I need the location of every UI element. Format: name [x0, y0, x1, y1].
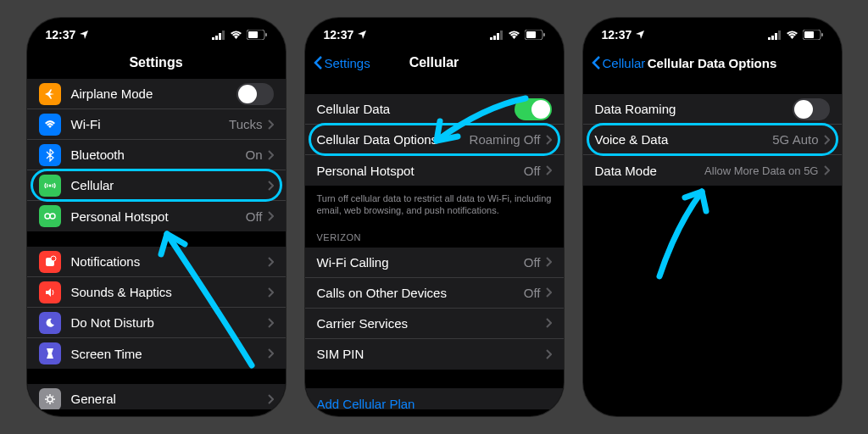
airplane-toggle[interactable] — [236, 83, 274, 105]
row-cellular[interactable]: Cellular — [27, 170, 286, 201]
row-label: Cellular Data Options — [317, 132, 470, 147]
back-button[interactable]: Settings — [314, 56, 370, 70]
status-time: 12:37 — [46, 28, 76, 42]
nav-bar: Settings — [27, 47, 286, 79]
row-label: Personal Hotspot — [71, 209, 246, 224]
svg-rect-24 — [768, 37, 771, 40]
svg-rect-5 — [248, 31, 258, 38]
svg-point-9 — [50, 214, 55, 219]
chevron-icon — [546, 165, 552, 175]
chevron-icon — [268, 181, 274, 191]
status-bar: 12:37 — [583, 18, 842, 47]
location-icon — [79, 30, 89, 40]
row-value: Off — [524, 164, 541, 178]
svg-rect-26 — [775, 33, 777, 40]
link-label: Add Cellular Plan — [317, 397, 415, 409]
svg-rect-27 — [778, 31, 781, 40]
row-label: Screen Time — [71, 347, 268, 361]
page-title: Cellular — [409, 55, 459, 70]
row-label: Wi-Fi — [71, 117, 230, 131]
row-label: Calls on Other Devices — [317, 286, 524, 300]
row-data-mode[interactable]: Data Mode Allow More Data on 5G — [583, 155, 842, 186]
wifi-icon — [230, 31, 242, 40]
status-bar: 12:37 — [305, 18, 564, 47]
chevron-icon — [268, 287, 274, 298]
svg-rect-0 — [212, 37, 214, 40]
svg-rect-25 — [771, 36, 774, 40]
back-button[interactable]: Cellular — [592, 56, 646, 70]
add-cellular-plan[interactable]: Add Cellular Plan — [305, 388, 564, 409]
row-notifications[interactable]: Notifications — [27, 247, 286, 277]
row-cellular-data[interactable]: Cellular Data — [305, 94, 564, 125]
notifications-icon — [39, 251, 61, 273]
status-time: 12:37 — [324, 28, 354, 42]
row-hotspot[interactable]: Personal Hotspot Off — [305, 155, 564, 186]
chevron-icon — [268, 120, 274, 130]
row-data-roaming[interactable]: Data Roaming — [583, 94, 842, 125]
settings-screen: 12:37 Settings Airplane Mode Wi-Fi Tucks — [27, 18, 286, 416]
svg-point-11 — [51, 256, 56, 261]
row-label: Voice & Data — [595, 132, 773, 147]
row-value: 5G Auto — [772, 132, 818, 147]
row-value: Off — [524, 255, 541, 270]
row-label: Cellular Data — [317, 102, 515, 116]
chevron-icon — [268, 150, 274, 160]
battery-icon — [525, 30, 545, 40]
chevron-icon — [268, 257, 274, 267]
row-sim-pin[interactable]: SIM PIN — [305, 339, 564, 370]
status-bar: 12:37 — [27, 18, 286, 47]
wifi-icon — [508, 31, 520, 40]
row-label: Carrier Services — [317, 316, 546, 331]
nav-bar: Settings Cellular — [305, 47, 564, 79]
back-label: Cellular — [603, 56, 646, 70]
svg-rect-18 — [493, 36, 496, 40]
row-other-devices[interactable]: Calls on Other Devices Off — [305, 278, 564, 309]
row-value: Tucks — [229, 117, 262, 131]
nav-bar: Cellular Cellular Data Options — [583, 47, 842, 79]
row-value: Allow More Data on 5G — [704, 164, 818, 177]
chevron-icon — [546, 257, 552, 267]
row-label: General — [71, 392, 268, 406]
svg-rect-30 — [821, 33, 823, 36]
row-voice-data[interactable]: Voice & Data 5G Auto — [583, 125, 842, 155]
chevron-icon — [268, 211, 274, 221]
wifi-icon — [39, 114, 61, 136]
cellular-screen: 12:37 Settings Cellular Cellular Data Ce… — [305, 18, 564, 416]
row-data-options[interactable]: Cellular Data Options Roaming Off — [305, 125, 564, 155]
row-screentime[interactable]: Screen Time — [27, 338, 286, 369]
row-label: SIM PIN — [317, 347, 546, 361]
location-icon — [635, 30, 645, 40]
chevron-icon — [546, 318, 552, 328]
row-wifi[interactable]: Wi-Fi Tucks — [27, 109, 286, 140]
row-carrier-services[interactable]: Carrier Services — [305, 309, 564, 339]
row-bluetooth[interactable]: Bluetooth On — [27, 140, 286, 170]
chevron-icon — [546, 135, 552, 145]
signal-icon — [768, 31, 782, 40]
chevron-icon — [268, 394, 274, 404]
cellular-icon — [39, 175, 61, 197]
row-airplane[interactable]: Airplane Mode — [27, 79, 286, 109]
svg-rect-1 — [215, 36, 218, 40]
bluetooth-icon — [39, 144, 61, 166]
cellular-data-toggle[interactable] — [515, 98, 552, 120]
row-sounds[interactable]: Sounds & Haptics — [27, 277, 286, 308]
row-hotspot[interactable]: Personal Hotspot Off — [27, 201, 286, 231]
signal-icon — [212, 31, 225, 40]
svg-rect-29 — [804, 31, 814, 38]
svg-rect-22 — [526, 31, 536, 38]
row-dnd[interactable]: Do Not Disturb — [27, 308, 286, 338]
data-options-screen: 12:37 Cellular Cellular Data Options Dat… — [583, 18, 842, 416]
row-label: Wi-Fi Calling — [317, 255, 524, 270]
roaming-toggle[interactable] — [793, 98, 830, 120]
footer-text: Turn off cellular data to restrict all d… — [305, 186, 564, 217]
svg-rect-6 — [265, 33, 267, 36]
carrier-header: VERIZON — [305, 217, 564, 248]
row-label: Notifications — [71, 254, 268, 269]
row-wifi-calling[interactable]: Wi-Fi Calling Off — [305, 248, 564, 278]
general-icon — [39, 388, 61, 410]
chevron-icon — [546, 349, 552, 359]
page-title: Settings — [129, 55, 182, 70]
svg-point-12 — [47, 397, 53, 402]
row-general[interactable]: General — [27, 384, 286, 409]
svg-rect-23 — [543, 33, 545, 36]
